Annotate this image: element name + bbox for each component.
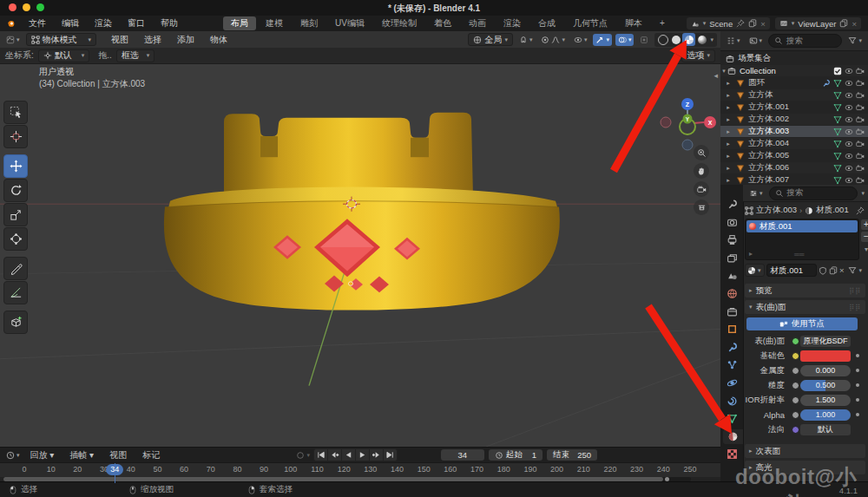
properties-editor[interactable]: ▾ 搜索 ▾ 立方体.003 › 材质.001 材质.001 ▸ ══ + − … bbox=[720, 185, 868, 481]
camera-visibility-icon[interactable] bbox=[856, 115, 865, 124]
timeline-menu-0[interactable]: 回放 ▾ bbox=[23, 448, 62, 463]
viewport-menu-3[interactable]: 物体 bbox=[202, 32, 235, 48]
drag-mode-dropdown[interactable]: 框选 ▾ bbox=[116, 49, 155, 62]
properties-options-dropdown[interactable]: ▾ bbox=[861, 190, 865, 197]
property-value-表(曲)面[interactable]: 原理化BSDF bbox=[800, 336, 851, 347]
collection-checkbox[interactable] bbox=[833, 67, 842, 75]
new-viewlayer-icon[interactable] bbox=[839, 19, 848, 28]
outliner-editor-type-button[interactable]: ▾ bbox=[724, 35, 743, 47]
snap-button[interactable]: ▾ bbox=[516, 34, 536, 46]
animate-property-dot[interactable] bbox=[856, 354, 859, 357]
outliner-display-mode-button[interactable]: ▾ bbox=[746, 35, 766, 47]
next-keyframe-button[interactable] bbox=[369, 448, 384, 461]
remove-viewlayer-icon[interactable]: × bbox=[852, 19, 857, 29]
transform-orientation-selector[interactable]: 全局▾ bbox=[468, 33, 513, 46]
solid-shading-button[interactable] bbox=[669, 33, 682, 46]
workspace-tab-合成[interactable]: 合成 bbox=[530, 16, 563, 30]
outliner-row-立方体.002[interactable]: ▸立方体.002 bbox=[720, 114, 868, 125]
view-layer-properties-tab[interactable] bbox=[723, 251, 740, 265]
viewport-menu-0[interactable]: 视图 bbox=[103, 32, 136, 48]
options-dropdown[interactable]: 选项 ▾ bbox=[681, 49, 715, 62]
material-slot-specials-button[interactable]: ▾ bbox=[861, 245, 868, 256]
eye-icon[interactable] bbox=[845, 152, 853, 160]
pan-view-button[interactable] bbox=[694, 163, 709, 179]
menu-4[interactable]: 帮助 bbox=[153, 18, 186, 28]
pin-icon[interactable] bbox=[856, 206, 865, 215]
play-forward-button[interactable] bbox=[355, 448, 370, 461]
frame-start-field[interactable]: 起始1 bbox=[489, 449, 542, 461]
material-slot-list[interactable]: 材质.001 ▸ ══ bbox=[745, 219, 859, 260]
timeline-menu-3[interactable]: 标记 bbox=[135, 448, 168, 463]
transform-tool[interactable] bbox=[3, 227, 28, 251]
outliner-search-input[interactable]: 搜索 bbox=[768, 34, 842, 48]
property-value-IOR折射率[interactable]: 1.500 bbox=[800, 395, 851, 406]
cursor-tool[interactable] bbox=[3, 125, 28, 148]
workspace-tab-脚本[interactable]: 脚本 bbox=[617, 16, 650, 30]
viewport-menu-2[interactable]: 添加 bbox=[169, 32, 202, 48]
workspace-tab-UV编辑[interactable]: UV编辑 bbox=[327, 16, 372, 30]
play-reverse-button[interactable] bbox=[341, 448, 356, 461]
3d-viewport[interactable]: ▾ 物体模式 ▾ 视图选择添加物体 全局▾ ▾ ▾ ▾ bbox=[0, 31, 721, 447]
animate-property-dot[interactable] bbox=[856, 383, 859, 387]
workspace-tab-着色[interactable]: 着色 bbox=[426, 16, 459, 30]
camera-visibility-icon[interactable] bbox=[856, 128, 865, 136]
use-nodes-button[interactable]: 使用节点 bbox=[746, 317, 858, 330]
camera-view-button[interactable] bbox=[694, 181, 709, 197]
orientation-setting-dropdown[interactable]: 默认 ▾ bbox=[38, 49, 90, 62]
move-tool[interactable] bbox=[3, 154, 28, 178]
annotate-tool[interactable] bbox=[3, 257, 28, 280]
select-box-tool[interactable] bbox=[3, 101, 28, 124]
material-name-field[interactable]: 材质.001 bbox=[766, 264, 817, 277]
current-frame-badge[interactable]: 34 bbox=[106, 464, 123, 475]
mode-selector[interactable]: 物体模式 ▾ bbox=[26, 33, 97, 46]
outliner-filter-button[interactable]: ▾ bbox=[845, 35, 865, 47]
unlink-scene-icon[interactable]: × bbox=[760, 19, 766, 29]
current-frame-field[interactable]: 34 bbox=[441, 449, 484, 461]
texture-properties-tab[interactable] bbox=[723, 447, 740, 461]
workspace-tab-建模[interactable]: 建模 bbox=[258, 16, 291, 30]
toggle-xray-button[interactable] bbox=[637, 34, 651, 46]
workspace-tab-几何节点[interactable]: 几何节点 bbox=[565, 16, 615, 30]
outliner-row-立方体[interactable]: ▸立方体 bbox=[720, 89, 868, 101]
workspace-tab-+[interactable]: + bbox=[652, 16, 673, 30]
auto-keying-button[interactable]: ▾ bbox=[293, 449, 312, 461]
viewport-canvas[interactable] bbox=[0, 63, 720, 447]
add-material-slot-button[interactable]: + bbox=[861, 219, 868, 230]
material-filter-button[interactable]: ▾ bbox=[845, 265, 865, 277]
world-properties-tab[interactable] bbox=[723, 286, 740, 301]
menu-1[interactable]: 编辑 bbox=[54, 18, 87, 28]
animate-property-dot[interactable] bbox=[856, 369, 859, 372]
camera-visibility-icon[interactable] bbox=[856, 67, 865, 75]
eye-icon[interactable] bbox=[845, 79, 853, 88]
outliner-row-圆环[interactable]: ▸圆环 bbox=[720, 77, 868, 88]
menu-2[interactable]: 渲染 bbox=[87, 18, 120, 28]
show-gizmo-button[interactable]: ▾ bbox=[593, 34, 612, 46]
eye-icon[interactable] bbox=[845, 164, 853, 173]
show-object-types-button[interactable]: ▾ bbox=[571, 34, 590, 46]
eye-icon[interactable] bbox=[845, 128, 853, 136]
editor-type-button[interactable]: ▾ bbox=[3, 34, 23, 46]
shading-dropdown[interactable]: ▾ bbox=[708, 36, 715, 43]
eye-icon[interactable] bbox=[845, 115, 853, 124]
timeline-menu-2[interactable]: 视图 bbox=[102, 448, 135, 463]
timeline-editor[interactable]: ▾ 回放 ▾插帧 ▾视图标记 ▾ 34 起始1 结束250 0102030405… bbox=[0, 447, 721, 482]
camera-visibility-icon[interactable] bbox=[856, 176, 865, 185]
pin-icon[interactable] bbox=[736, 19, 745, 28]
preview-panel-header[interactable]: ▸预览⡿⡿ bbox=[745, 284, 865, 298]
workspace-tab-雕刻[interactable]: 雕刻 bbox=[293, 16, 326, 30]
wireframe-shading-button[interactable] bbox=[656, 33, 669, 46]
eye-icon[interactable] bbox=[845, 103, 853, 112]
outliner-row-立方体.006[interactable]: ▸立方体.006 bbox=[720, 162, 868, 173]
scale-tool[interactable] bbox=[3, 203, 28, 226]
frame-end-field[interactable]: 结束250 bbox=[547, 449, 597, 461]
subsurface-panel-header[interactable]: ▸次表面 bbox=[745, 444, 865, 458]
specular-panel-header[interactable]: ▸高光 bbox=[745, 461, 865, 474]
outliner-row-立方体.005[interactable]: ▸立方体.005 bbox=[720, 150, 868, 161]
eye-icon[interactable] bbox=[845, 140, 853, 148]
camera-visibility-icon[interactable] bbox=[856, 91, 865, 100]
eye-icon[interactable] bbox=[845, 176, 853, 185]
rendered-shading-button[interactable] bbox=[695, 33, 708, 46]
material-preview-shading-button[interactable] bbox=[682, 33, 695, 46]
add-cube-tool[interactable] bbox=[3, 311, 28, 334]
gold-model[interactable] bbox=[164, 113, 560, 311]
